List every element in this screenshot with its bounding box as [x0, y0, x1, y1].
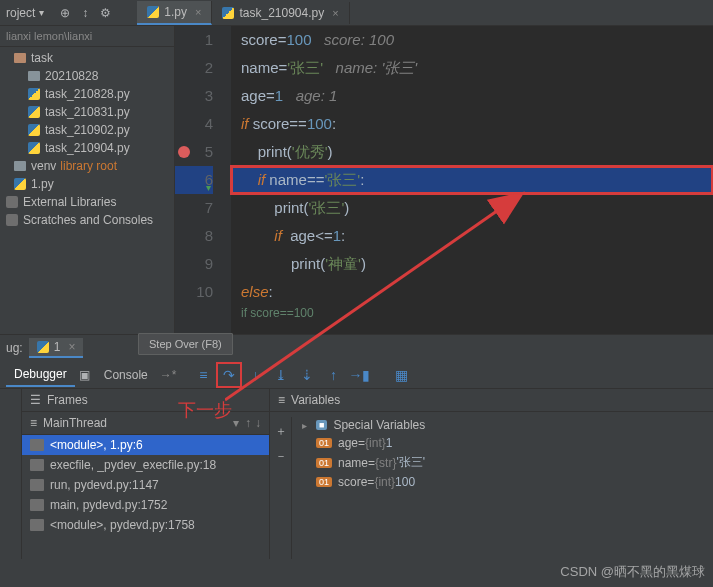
chevron-down-icon[interactable]: ▾	[233, 416, 239, 430]
python-file-icon	[37, 341, 49, 353]
editor-tab-2[interactable]: task_210904.py ×	[212, 2, 349, 24]
python-file-icon	[14, 178, 26, 190]
run-to-cursor-button[interactable]: →▮	[348, 364, 370, 386]
breakpoint-icon[interactable]	[178, 146, 190, 158]
step-out-button[interactable]: ↑	[322, 364, 344, 386]
stack-icon: ≡	[30, 416, 37, 430]
python-file-icon	[28, 88, 40, 100]
frame-icon	[30, 479, 44, 491]
python-file-icon	[222, 7, 234, 19]
tree-folder-venv[interactable]: venvlibrary root	[0, 157, 174, 175]
force-step-button[interactable]: ⇣	[296, 364, 318, 386]
stack-frame[interactable]: run, pydevd.py:1147	[22, 475, 269, 495]
remove-watch-icon[interactable]: －	[275, 448, 287, 465]
python-file-icon	[147, 6, 159, 18]
folder-icon	[14, 53, 26, 63]
frames-icon: ☰	[30, 393, 41, 407]
python-file-icon	[28, 142, 40, 154]
var-badge: 01	[316, 458, 332, 468]
tree-external-libs[interactable]: External Libraries	[0, 193, 174, 211]
step-into-button[interactable]: ↓	[244, 364, 266, 386]
breadcrumb: lianxi lemon\lianxi	[0, 26, 174, 47]
close-icon[interactable]: ×	[195, 6, 201, 18]
stack-frame[interactable]: main, pydevd.py:1752	[22, 495, 269, 515]
tree-file[interactable]: task_210831.py	[0, 103, 174, 121]
expand-icon[interactable]: ↕	[82, 6, 88, 20]
variable-row[interactable]: 01score = {int} 100	[298, 473, 707, 491]
tooltip: Step Over (F8)	[138, 333, 233, 355]
evaluate-icon[interactable]: ▦	[390, 364, 412, 386]
gutter[interactable]: 1 2 3 4 5 6▾ 7 8 9 10	[175, 26, 231, 334]
next-frame-icon[interactable]: ↓	[255, 416, 261, 430]
var-badge: 01	[316, 477, 332, 487]
inlay-hint: if score==100	[231, 306, 713, 320]
stack-frame[interactable]: <module>, pydevd.py:1758	[22, 515, 269, 535]
folder-icon	[28, 71, 40, 81]
add-watch-icon[interactable]: ＋	[275, 423, 287, 440]
tree-scratches[interactable]: Scratches and Consoles	[0, 211, 174, 229]
frame-icon	[30, 439, 44, 451]
tree-file[interactable]: task_210904.py	[0, 139, 174, 157]
close-icon[interactable]: ×	[332, 7, 338, 19]
gear-icon[interactable]: ⚙	[100, 6, 111, 20]
special-badge: ■	[316, 420, 327, 430]
variable-row[interactable]: 01name = {str} '张三'	[298, 452, 707, 473]
frames-title: Frames	[47, 393, 88, 407]
project-tree: task 20210828 task_210828.py task_210831…	[0, 47, 174, 231]
python-file-icon	[28, 106, 40, 118]
close-icon[interactable]: ×	[68, 340, 75, 354]
editor: 1 2 3 4 5 6▾ 7 8 9 10 score=100 score: 1…	[175, 26, 713, 334]
step-into-my-button[interactable]: ⤓	[270, 364, 292, 386]
target-icon[interactable]: ⊕	[60, 6, 70, 20]
tree-file[interactable]: task_210902.py	[0, 121, 174, 139]
code-body[interactable]: score=100 score: 100 name='张三' name: '张三…	[231, 26, 713, 334]
show-execution-icon[interactable]: ≡	[192, 364, 214, 386]
scratch-icon	[6, 214, 18, 226]
variables-panel: ≡Variables ＋ － ▸■Special Variables 01age…	[270, 389, 713, 559]
project-dropdown-icon[interactable]: ▾	[39, 7, 44, 18]
watermark: CSDN @晒不黑的黑煤球	[560, 563, 705, 581]
vars-title: Variables	[291, 393, 340, 407]
frames-panel: ☰Frames ≡ MainThread ▾ ↑ ↓ <module>, 1.p…	[22, 389, 270, 559]
step-over-button[interactable]: ↷	[218, 364, 240, 386]
tree-folder-task[interactable]: task	[0, 49, 174, 67]
folder-icon	[14, 161, 26, 171]
frame-icon	[30, 499, 44, 511]
frame-icon	[30, 459, 44, 471]
tab-label: 1.py	[164, 5, 187, 19]
tab-label: task_210904.py	[239, 6, 324, 20]
variable-row[interactable]: ▸■Special Variables	[298, 416, 707, 434]
stack-frame[interactable]: execfile, _pydev_execfile.py:18	[22, 455, 269, 475]
tree-folder-date[interactable]: 20210828	[0, 67, 174, 85]
debug-label: ug:	[6, 341, 23, 355]
vars-icon: ≡	[278, 393, 285, 407]
top-toolbar: roject ▾ ⊕ ↕ ⚙ 1.py × task_210904.py ×	[0, 0, 713, 26]
console-icon: ▣	[79, 368, 90, 382]
frame-icon	[30, 519, 44, 531]
editor-tab-1[interactable]: 1.py ×	[137, 1, 212, 25]
tab-debugger[interactable]: Debugger	[6, 363, 75, 387]
library-icon	[6, 196, 18, 208]
tree-file[interactable]: task_210828.py	[0, 85, 174, 103]
debug-panel: ug: 1 × Step Over (F8) Debugger ▣ Consol…	[0, 334, 713, 559]
stack-frame[interactable]: <module>, 1.py:6	[22, 435, 269, 455]
thread-selector[interactable]: ≡ MainThread ▾ ↑ ↓	[22, 412, 269, 435]
debug-run-tab[interactable]: 1 ×	[29, 338, 84, 358]
tree-file[interactable]: 1.py	[0, 175, 174, 193]
project-label[interactable]: roject	[6, 6, 35, 20]
prev-frame-icon[interactable]: ↑	[245, 416, 251, 430]
project-sidebar: lianxi lemon\lianxi task 20210828 task_2…	[0, 26, 175, 334]
tab-console[interactable]: Console	[96, 364, 156, 386]
expand-icon[interactable]: ▸	[302, 420, 312, 431]
var-badge: 01	[316, 438, 332, 448]
python-file-icon	[28, 124, 40, 136]
debug-gutter	[0, 389, 22, 559]
variable-row[interactable]: 01age = {int} 1	[298, 434, 707, 452]
